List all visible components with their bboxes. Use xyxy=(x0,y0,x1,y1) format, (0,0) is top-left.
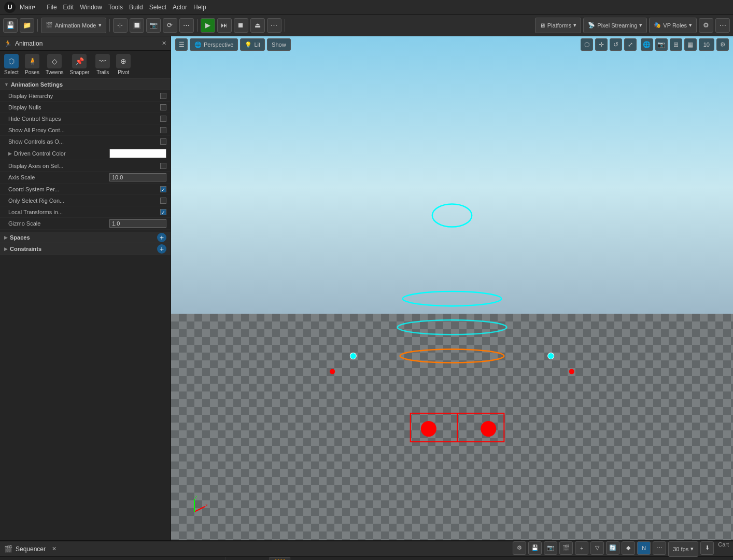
fps-dropdown[interactable]: 30 fps ▾ xyxy=(668,541,698,557)
cart-label: Cart xyxy=(718,541,729,557)
driven-control-color-picker[interactable] xyxy=(109,149,166,158)
open-btn[interactable]: 📁 xyxy=(20,18,34,33)
seq-filter-btn[interactable]: ▽ xyxy=(590,541,604,555)
animation-panel: 🏃 Animation ✕ ⬡ Select 🧍 Poses ◇ Tweens … xyxy=(0,36,171,540)
svg-point-8 xyxy=(350,353,356,359)
animation-settings-header[interactable]: ▼ Animation Settings xyxy=(0,79,171,90)
menu-tools[interactable]: Tools xyxy=(105,3,126,12)
stop-btn[interactable]: ⏹ xyxy=(234,18,248,33)
gizmo-scale-input[interactable] xyxy=(109,219,166,228)
anim-btn[interactable]: ⟳ xyxy=(163,18,177,33)
local-transforms-checkbox[interactable] xyxy=(160,209,166,215)
anim-tool-pivot[interactable]: ⊕ Pivot xyxy=(116,54,131,75)
anim-tool-tweens[interactable]: ◇ Tweens xyxy=(46,54,63,75)
lit-icon: 💡 xyxy=(245,41,252,48)
anim-tool-poses[interactable]: 🧍 Poses xyxy=(25,54,39,75)
viewport-grid2-btn[interactable]: ▦ xyxy=(684,38,697,51)
fps-display: 10 xyxy=(699,38,714,51)
axis-scale-input[interactable] xyxy=(109,173,166,181)
track-controls-bar: + Track ▽ 0000 1 of 150 xyxy=(0,557,225,560)
show-btn[interactable]: Show xyxy=(267,38,291,51)
select-tool-btn[interactable]: ⬡ xyxy=(581,38,593,51)
only-select-rig-checkbox[interactable] xyxy=(160,198,166,204)
display-hierarchy-checkbox[interactable] xyxy=(160,93,166,99)
rotate-tool-btn[interactable]: ↺ xyxy=(610,38,622,51)
coord-system-checkbox[interactable] xyxy=(160,186,166,192)
viewport-menu-btn[interactable]: ☰ xyxy=(175,38,188,51)
anim-tool-snapper[interactable]: 📌 Snapper xyxy=(69,54,89,75)
toolbar-more[interactable]: ⋯ xyxy=(715,18,730,33)
menu-window[interactable]: Window xyxy=(77,3,105,12)
display-nulls-checkbox[interactable] xyxy=(160,104,166,110)
save-btn[interactable]: 💾 xyxy=(3,18,18,33)
menu-build[interactable]: Build xyxy=(126,3,146,12)
world-btn[interactable]: 🌐 xyxy=(641,38,653,51)
display-axes-label: Display Axes on Sel... xyxy=(8,163,160,169)
menu-help[interactable]: Help xyxy=(190,3,209,12)
lit-btn[interactable]: 💡 Lit xyxy=(240,38,265,51)
show-all-proxy-checkbox[interactable] xyxy=(160,127,166,133)
menu-select[interactable]: Select xyxy=(146,3,170,12)
pixel-streaming-dropdown[interactable]: 📡 Pixel Streaming ▾ xyxy=(583,18,647,33)
timeline-area[interactable]: 0000 -015 0015 0030 0045 0060 0075 0090 … xyxy=(225,557,733,560)
settings-btn[interactable]: ⚙ xyxy=(699,18,713,33)
viewport[interactable]: ☰ 🌐 Perspective 💡 Lit Show ⬡ ✛ ↺ ⤢ 🌐 📷 ⊞… xyxy=(171,36,733,540)
play-more-btn[interactable]: ⋯ xyxy=(267,18,281,33)
constraints-add-btn[interactable]: + xyxy=(157,244,166,254)
hide-control-shapes-label: Hide Control Shapes xyxy=(8,116,160,122)
sequencer-icon: 🎬 xyxy=(4,545,12,553)
mode-dropdown[interactable]: 🎬 Animation Mode ▾ xyxy=(41,18,106,33)
eject-btn[interactable]: ⏏ xyxy=(250,18,265,33)
anim-tool-select[interactable]: ⬡ Select xyxy=(4,54,19,75)
section-collapse-icon: ▼ xyxy=(4,82,9,87)
menu-edit[interactable]: Edit xyxy=(60,3,77,12)
show-controls-label: Show Controls as O... xyxy=(8,138,160,145)
constraints-title: Constraints xyxy=(10,246,41,252)
seq-render-btn[interactable]: 🎬 xyxy=(559,541,573,555)
svg-point-9 xyxy=(548,353,554,359)
display-nulls-label: Display Nulls xyxy=(8,104,160,110)
platforms-dropdown[interactable]: 🖥 Platforms ▾ xyxy=(535,18,581,33)
seq-keyframe-btn[interactable]: ◆ xyxy=(622,541,635,555)
seq-settings-btn[interactable]: ⚙ xyxy=(513,541,526,555)
driven-expand-icon: ▶ xyxy=(8,151,12,156)
panel-close-btn[interactable]: ✕ xyxy=(162,40,166,47)
menu-actor[interactable]: Actor xyxy=(170,3,190,12)
vp-roles-dropdown[interactable]: 🎭 VP Roles ▾ xyxy=(649,18,697,33)
menu-file[interactable]: File xyxy=(44,3,60,12)
anim-tool-trails[interactable]: 〰 Trails xyxy=(95,54,110,75)
more-btn[interactable]: ⋯ xyxy=(179,18,194,33)
seq-snap-btn[interactable]: 🔄 xyxy=(606,541,619,555)
move-tool-btn[interactable]: ✛ xyxy=(595,38,608,51)
camera-view-btn[interactable]: 📷 xyxy=(655,38,668,51)
scale-tool-btn[interactable]: ⤢ xyxy=(624,38,637,51)
seq-save-btn[interactable]: 💾 xyxy=(528,541,542,555)
viewport-settings-btn[interactable]: ⚙ xyxy=(716,38,729,51)
play-btn[interactable]: ▶ xyxy=(201,18,215,33)
hide-control-shapes-checkbox[interactable] xyxy=(160,116,166,122)
tweens-icon: ◇ xyxy=(47,54,62,68)
constraints-section-header[interactable]: ▶ Constraints + xyxy=(0,243,171,255)
seq-track-add-btn[interactable]: + xyxy=(575,541,588,555)
seq-camera-btn[interactable]: 📷 xyxy=(544,541,557,555)
spaces-add-btn[interactable]: + xyxy=(157,233,166,242)
seq-auto-key-btn[interactable]: N xyxy=(637,541,651,555)
spaces-section-header[interactable]: ▶ Spaces + xyxy=(0,232,171,243)
setting-display-nulls: Display Nulls xyxy=(0,102,171,113)
settings-panel: ▼ Animation Settings Display Hierarchy D… xyxy=(0,79,171,540)
app-title: Main• xyxy=(20,4,35,11)
transform-btn[interactable]: ⊹ xyxy=(113,18,128,33)
sequencer-close-btn[interactable]: ✕ xyxy=(52,545,57,552)
camera-btn[interactable]: 📷 xyxy=(146,18,161,33)
snap-btn[interactable]: 🔲 xyxy=(130,18,144,33)
seq-key-more-btn[interactable]: ⋯ xyxy=(653,541,666,555)
show-controls-checkbox[interactable] xyxy=(160,138,166,145)
display-axes-checkbox[interactable] xyxy=(160,163,166,169)
setting-driven-control-color: ▶ Driven Control Color xyxy=(0,147,171,160)
track-list-panel: + Track ▽ 0000 1 of 150 ▼ 🦴 Cartoon_man_… xyxy=(0,557,225,560)
pixel-streaming-icon: 📡 xyxy=(588,22,595,29)
seq-export-btn[interactable]: ⬇ xyxy=(700,541,714,555)
perspective-btn[interactable]: 🌐 Perspective xyxy=(190,38,238,51)
grid-btn[interactable]: ⊞ xyxy=(670,38,682,51)
step-btn[interactable]: ⏭ xyxy=(217,18,232,33)
